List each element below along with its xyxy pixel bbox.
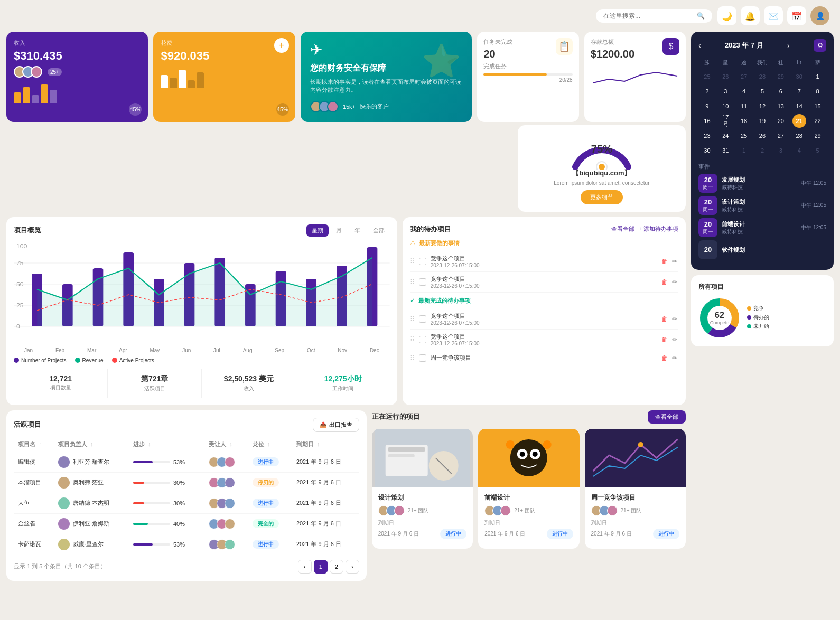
calendar-day[interactable]: 31 [718,144,732,157]
calendar-day[interactable]: 27 [774,129,788,143]
calendar-day[interactable]: 29 [811,129,825,143]
calendar-day[interactable]: 25 [700,70,714,83]
edit-button[interactable]: ✏ [671,353,678,363]
calendar-day[interactable]: 28 [755,70,769,83]
todo-add[interactable]: + 添加待办事项 [639,225,678,233]
add-expense-button[interactable]: + [274,38,289,53]
user-avatar[interactable]: 👤 [810,6,829,25]
search-box[interactable]: 🔍 [596,9,712,23]
calendar-day[interactable]: 3 [718,84,732,98]
prev-page-button[interactable]: ‹ [298,560,312,574]
todo-checkbox[interactable] [419,258,426,265]
todo-checkbox[interactable] [419,315,426,323]
calendar-day[interactable]: 1 [811,70,825,83]
calendar-day[interactable]: 30 [700,144,714,157]
edit-button[interactable]: ✏ [671,314,678,324]
gauge-value: 75% [591,143,612,155]
next-month-button[interactable]: › [787,41,790,50]
pagination-buttons[interactable]: ‹ 1 2 › [298,560,359,574]
calendar-day[interactable]: 14 [792,99,806,113]
calendar-day-header: Fr [790,57,808,69]
calendar-day[interactable]: 19 [755,114,769,128]
gauge-button[interactable]: 更多细节 [581,190,623,204]
delete-button[interactable]: 🗑 [660,335,669,344]
page-2-button[interactable]: 2 [330,560,343,574]
stat-revenue-value: $2,50,523 美元 [207,374,290,384]
col-progress[interactable]: 进步 ↕ [129,437,204,452]
edit-button[interactable]: ✏ [671,277,678,287]
delete-button[interactable]: 🗑 [660,314,669,324]
calendar-day[interactable]: 11 [737,99,751,113]
delete-button[interactable]: 🗑 [660,257,669,266]
calendar-day[interactable]: 1 [737,144,751,157]
calendar-icon[interactable]: 📅 [787,6,806,25]
calendar-day[interactable]: 4 [737,84,751,98]
calendar-day[interactable]: 16 [700,114,714,128]
calendar-day[interactable]: 29 [774,70,788,83]
drag-handle: ⠿ [410,336,415,343]
legend-label-revenue: Revenue [82,358,104,363]
calendar-day[interactable]: 5 [811,144,825,157]
col-assignee[interactable]: 受让人 ↕ [204,437,248,452]
calendar-settings-button[interactable]: ⚙ [814,39,826,52]
col-due[interactable]: 到期日 ↕ [292,437,359,452]
calendar-day[interactable]: 15 [811,99,825,113]
export-button[interactable]: 📤 出口报告 [313,418,359,432]
calendar-day[interactable]: 20 [774,114,788,128]
calendar-day[interactable]: 24 [718,129,732,143]
tab-week[interactable]: 星期 [306,224,329,237]
moon-icon[interactable]: 🌙 [717,6,736,25]
calendar-day[interactable]: 17号 [718,114,732,128]
delete-button[interactable]: 🗑 [660,353,669,363]
stat-time-label: 工作时间 [302,385,385,392]
calendar-day[interactable]: 26 [755,129,769,143]
tab-year[interactable]: 年 [349,224,366,237]
todo-checkbox[interactable] [419,278,426,286]
bell-icon[interactable]: 🔔 [741,6,760,25]
calendar-day[interactable]: 13 [774,99,788,113]
manager-name: 威廉·里查尔 [73,540,104,548]
calendar-day[interactable]: 12 [755,99,769,113]
todo-checkbox[interactable] [419,336,426,343]
todo-checkbox[interactable] [419,354,426,362]
calendar-day[interactable]: 28 [792,129,806,143]
chart-tabs[interactable]: 星期 月 年 全部 [306,224,390,237]
col-manager[interactable]: 项目负盖人 ↕ [54,437,129,452]
calendar-day[interactable]: 18 [737,114,751,128]
todo-view-all[interactable]: 查看全部 [611,225,634,233]
project-name: 周一竞争该项目 [591,493,679,502]
calendar-day[interactable]: 9 [700,99,714,113]
calendar-day[interactable]: 30 [792,70,806,83]
calendar-day[interactable]: 27 [737,70,751,83]
view-all-button[interactable]: 查看全部 [648,410,686,424]
mail-icon[interactable]: ✉️ [764,6,783,25]
tab-month[interactable]: 月 [331,224,347,237]
next-page-button[interactable]: › [346,560,359,574]
calendar-day[interactable]: 26 [718,70,732,83]
promo-count-label: 快乐的客户 [360,102,389,110]
calendar-day[interactable]: 4 [792,144,806,157]
calendar-day[interactable]: 2 [700,84,714,98]
edit-button[interactable]: ✏ [671,335,678,344]
calendar-day[interactable]: 22 [811,114,825,128]
calendar-day[interactable]: 23 [700,129,714,143]
calendar-day[interactable]: 5 [755,84,769,98]
calendar-day[interactable]: 25 [737,129,751,143]
search-input[interactable] [603,12,693,20]
calendar-day[interactable]: 8 [811,84,825,98]
calendar-day[interactable]: 2 [755,144,769,157]
calendar-day[interactable]: 7 [792,84,806,98]
calendar-day[interactable]: 3 [774,144,788,157]
calendar-day[interactable]: 21 [792,114,806,128]
project-status: 进行中 [248,493,292,513]
col-name[interactable]: 项目名 ↑ [14,437,54,452]
edit-button[interactable]: ✏ [671,257,678,266]
page-1-button[interactable]: 1 [314,560,328,574]
expense-percent: 45% [276,103,289,116]
calendar-day[interactable]: 10 [718,99,732,113]
delete-button[interactable]: 🗑 [660,277,669,287]
col-position[interactable]: 龙位 ↕ [248,437,292,452]
calendar-day[interactable]: 6 [774,84,788,98]
prev-month-button[interactable]: ‹ [698,41,701,50]
tab-all[interactable]: 全部 [368,224,390,237]
